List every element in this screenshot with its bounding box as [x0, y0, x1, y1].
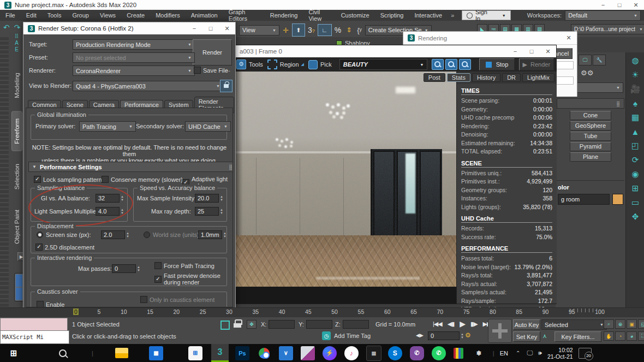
light-samples-spinner[interactable]: 4.0▲▼: [96, 207, 124, 216]
selection-region-icon[interactable]: [220, 321, 230, 330]
letter-e-icon[interactable]: E: [9, 46, 25, 53]
rendering-close-button[interactable]: ✕: [560, 34, 577, 41]
angle-snap-icon[interactable]: ∟: [318, 24, 332, 36]
key-filters-button[interactable]: Key Filters...: [554, 331, 601, 342]
vfb-tab-post[interactable]: Post: [424, 73, 445, 82]
orbit-selected-icon[interactable]: ◕: [627, 331, 637, 341]
caustics-enable-checkbox[interactable]: Enable: [37, 301, 64, 307]
percent-snap-icon[interactable]: %: [335, 26, 341, 34]
button-cone[interactable]: Cone: [570, 111, 611, 120]
render-button[interactable]: Render: [193, 39, 232, 66]
vfb-tab-history[interactable]: History: [472, 73, 500, 82]
workspace-dropdown[interactable]: Default▼: [565, 10, 641, 21]
go-to-start-button[interactable]: |◀◀: [433, 321, 442, 328]
selected-filter-dropdown[interactable]: Selected▼: [541, 319, 607, 330]
project-dropdown[interactable]: D:\0 Работа...une project▼: [571, 24, 644, 34]
display-tab-icon[interactable]: 🖵: [579, 55, 592, 66]
render-ball-icon[interactable]: ◉: [629, 168, 641, 180]
file-explorer-icon[interactable]: [115, 348, 128, 358]
sign-in-button[interactable]: Sign In ▼: [462, 10, 510, 20]
lightbulb-icon[interactable]: ◍: [629, 55, 641, 67]
calendar-icon[interactable]: ▦: [149, 346, 163, 360]
key-settings-icon[interactable]: ⚙: [465, 331, 471, 339]
button-plane[interactable]: Plane: [570, 152, 611, 162]
renderer-dropdown[interactable]: CoronaRenderer▼: [73, 66, 195, 76]
lock-sampling-checkbox[interactable]: ✓Lock sampling pattern: [34, 176, 102, 183]
video-camera-icon[interactable]: 🎥: [629, 83, 641, 95]
timeline-tick-10[interactable]: 10: [120, 308, 128, 315]
menu-item-tools[interactable]: Tools: [42, 12, 67, 19]
button-geosphere[interactable]: GeoSphere: [570, 121, 611, 130]
timeline-tick-80[interactable]: 80: [488, 308, 497, 315]
framed-tree-icon[interactable]: ◰: [629, 140, 641, 152]
screen-size-spinner[interactable]: 2.0▲▼: [101, 230, 129, 239]
timeline-tick-45[interactable]: 45: [304, 308, 313, 315]
view-reference-dropdown[interactable]: View▼: [239, 25, 279, 35]
premiere-collage-icon[interactable]: [301, 346, 315, 360]
itunes-icon[interactable]: ♪: [344, 346, 359, 360]
whatsapp-icon[interactable]: ✆: [432, 346, 446, 360]
zoom-in-icon[interactable]: [432, 59, 444, 70]
caustics-element-checkbox[interactable]: Only in caustics element: [140, 296, 214, 303]
media-app-icon[interactable]: ▤: [366, 346, 381, 361]
max-sample-intensity-spinner[interactable]: 20.0▲▼: [195, 194, 223, 203]
menu-item-views[interactable]: Views: [94, 12, 121, 19]
start-button[interactable]: ⊞: [7, 346, 21, 360]
sun-icon[interactable]: ☀: [629, 69, 641, 81]
maxscript-mini-listener-pink[interactable]: [0, 318, 68, 331]
menu-item-civil-view[interactable]: Civil View: [303, 9, 335, 22]
render-setup-maximize-button[interactable]: □: [202, 25, 219, 32]
world-size-spinner[interactable]: 1.0mm▲▼: [198, 230, 226, 239]
trees-icon[interactable]: ♠: [629, 97, 641, 109]
conserve-memory-checkbox[interactable]: Conserve memory (slower): [102, 176, 183, 183]
lock-view-button[interactable]: [220, 80, 232, 92]
y-coordinate-field[interactable]: [306, 320, 332, 329]
snap-toggle-icon[interactable]: ✛: [283, 26, 289, 34]
object-name-field[interactable]: g room: [558, 194, 610, 205]
menu-overflow-chevron[interactable]: »: [448, 12, 457, 19]
timeline-tick-65[interactable]: 65: [409, 308, 418, 315]
notification-center-icon[interactable]: 20: [579, 348, 592, 359]
menu-item-graph-editors[interactable]: Graph Editors: [223, 9, 265, 22]
messenger-icon[interactable]: ⚡: [323, 346, 337, 360]
viewport-grid-icon[interactable]: ⊞: [629, 182, 641, 194]
pan-view-icon[interactable]: ✋: [604, 331, 614, 341]
max-ray-depth-spinner[interactable]: 25▲▼: [195, 207, 223, 216]
timeline-tick-5[interactable]: 5: [96, 308, 102, 315]
max-passes-spinner[interactable]: 0▲▼: [112, 264, 140, 273]
taskbar-3dsmax-icon-active[interactable]: 3: [211, 344, 229, 362]
world-size-radio[interactable]: World size (units):: [144, 232, 201, 238]
zoom-out-icon[interactable]: [445, 59, 457, 70]
view-to-render-dropdown[interactable]: Quad 4 - PhysCamera003▼: [73, 81, 223, 91]
ribbon-tab-modeling[interactable]: Modeling: [12, 66, 22, 105]
x-coordinate-field[interactable]: [269, 320, 295, 329]
vfb-tab-stats[interactable]: Stats: [447, 73, 470, 82]
previous-frame-button[interactable]: ◀▮: [448, 321, 455, 328]
tray-chevron-icon[interactable]: ⌃: [516, 350, 520, 356]
timeline-tick-20[interactable]: 20: [172, 308, 181, 315]
chrome-icon[interactable]: [257, 346, 271, 360]
vfb-stop-button[interactable]: Stop: [479, 58, 514, 70]
mxs-icon[interactable]: {ʸ: [357, 26, 362, 34]
target-dropdown[interactable]: Production Rendering Mode▼: [73, 39, 195, 50]
zoom-region-icon[interactable]: ◱: [638, 319, 644, 329]
pocket-icon[interactable]: ∨: [279, 346, 293, 360]
menu-item-animation[interactable]: Animation: [186, 12, 223, 19]
menu-item-interactive[interactable]: Interactive: [409, 12, 448, 19]
vfb-tab-lightmix[interactable]: LightMix: [522, 73, 554, 82]
set-key-button[interactable]: Set Key: [513, 331, 540, 342]
screen-size-radio[interactable]: Screen size (px):: [37, 232, 91, 238]
render-setup-minimize-button[interactable]: −: [186, 25, 202, 32]
maximize-button[interactable]: □: [611, 2, 628, 8]
vfb-tools-button[interactable]: ⚙ Tools: [236, 60, 267, 69]
zoom-viewport-icon[interactable]: ⌕: [604, 319, 614, 329]
absolute-mode-icon[interactable]: ✥: [247, 320, 257, 329]
menu-item-create[interactable]: Create: [121, 12, 150, 19]
performance-settings-rollout[interactable]: ▼ Performance Settings⣿: [28, 162, 233, 172]
next-frame-button[interactable]: ▮▶: [470, 321, 478, 328]
timeline-tick-55[interactable]: 55: [357, 308, 366, 315]
force-path-tracing-checkbox[interactable]: Force Path Tracing: [154, 262, 214, 269]
volume-icon[interactable]: 🕪: [538, 349, 542, 357]
snow-trees-app-icon[interactable]: ❄: [472, 346, 486, 360]
add-time-tag[interactable]: ◷ Add Time Tag: [322, 331, 371, 340]
